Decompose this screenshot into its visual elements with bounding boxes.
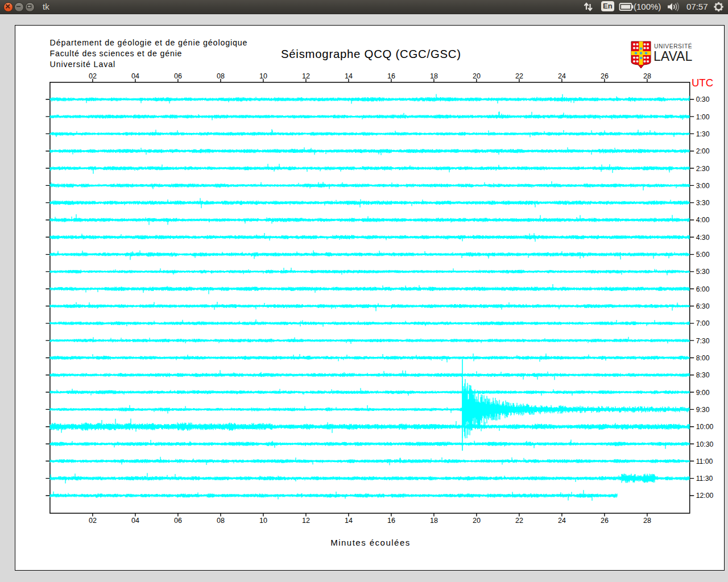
svg-text:06: 06 [174,517,182,525]
svg-text:0:30: 0:30 [696,95,710,103]
svg-text:5:30: 5:30 [696,268,710,276]
svg-text:04: 04 [131,517,139,525]
svg-text:10: 10 [259,517,267,525]
svg-text:26: 26 [601,517,609,525]
svg-text:1:00: 1:00 [696,113,710,121]
svg-text:2:00: 2:00 [696,147,710,155]
svg-text:10:30: 10:30 [696,440,714,448]
svg-text:24: 24 [558,72,566,80]
svg-text:4:30: 4:30 [696,234,710,242]
svg-text:06: 06 [174,72,182,80]
svg-text:9:30: 9:30 [696,406,710,414]
svg-text:Minutes écoulées: Minutes écoulées [330,538,410,547]
svg-text:20: 20 [473,72,481,80]
svg-text:20: 20 [473,517,481,525]
svg-text:9:00: 9:00 [696,389,710,397]
svg-text:26: 26 [601,72,609,80]
svg-text:12:00: 12:00 [696,492,714,500]
svg-text:6:30: 6:30 [696,302,710,310]
svg-text:Séismographe QCQ (CGC/GSC): Séismographe QCQ (CGC/GSC) [281,48,461,60]
svg-text:28: 28 [643,517,651,525]
svg-text:LAVAL: LAVAL [653,49,692,64]
svg-text:4:00: 4:00 [696,216,710,224]
svg-text:14: 14 [345,72,353,80]
svg-text:10: 10 [259,72,267,80]
svg-text:8:00: 8:00 [696,354,710,362]
svg-text:18: 18 [430,517,438,525]
svg-text:7:30: 7:30 [696,337,710,345]
svg-text:11:30: 11:30 [696,475,713,483]
svg-text:22: 22 [515,517,523,525]
svg-text:2:30: 2:30 [696,165,710,173]
svg-text:22: 22 [515,72,523,80]
svg-text:7:00: 7:00 [696,319,710,327]
svg-text:08: 08 [217,72,225,80]
svg-text:12: 12 [302,517,310,525]
svg-text:14: 14 [345,517,353,525]
svg-text:Faculté des sciences et de gén: Faculté des sciences et de génie [50,49,182,58]
svg-text:6:00: 6:00 [696,285,710,293]
svg-text:Département de géologie et de: Département de géologie et de génie géol… [50,38,247,47]
svg-text:02: 02 [89,72,97,80]
svg-text:16: 16 [387,517,395,525]
svg-text:02: 02 [89,517,97,525]
svg-text:1:30: 1:30 [696,130,710,138]
svg-text:16: 16 [387,72,395,80]
svg-text:Université Laval: Université Laval [50,60,115,69]
svg-text:5:00: 5:00 [696,251,710,259]
svg-text:18: 18 [430,72,438,80]
svg-text:UTC: UTC [692,77,713,89]
svg-text:24: 24 [558,517,566,525]
svg-text:08: 08 [217,517,225,525]
svg-text:10:00: 10:00 [696,423,714,431]
svg-text:3:30: 3:30 [696,199,710,207]
svg-text:04: 04 [131,72,139,80]
svg-text:11:00: 11:00 [696,458,713,465]
svg-text:12: 12 [302,72,310,80]
svg-text:3:00: 3:00 [696,182,710,190]
svg-text:8:30: 8:30 [696,371,710,379]
